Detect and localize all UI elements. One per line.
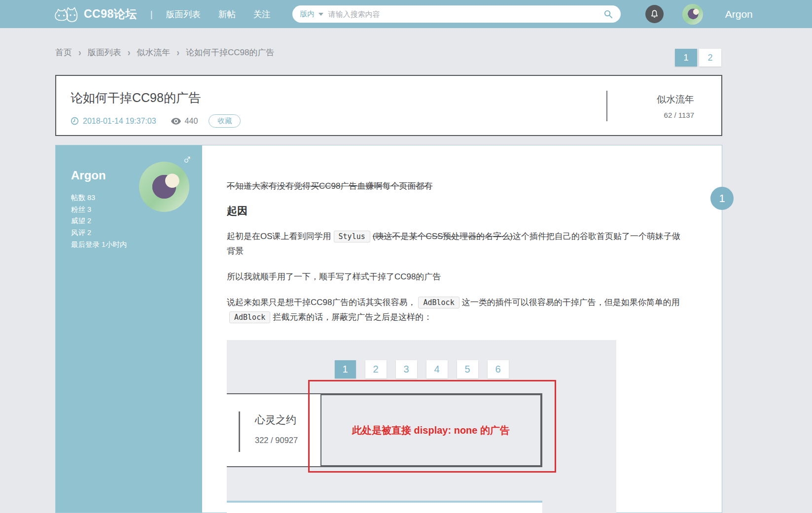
screenshot-pagination: 1 2 3 4 5 6 bbox=[227, 340, 616, 378]
pagination-page-2[interactable]: 2 bbox=[699, 49, 721, 67]
ad-annotation-text: 此处是被直接 display: none 的广告 bbox=[352, 424, 510, 437]
post-header-card: 论如何干掉CC98的广告 2018-01-14 19:37:03 440 收藏 … bbox=[55, 75, 722, 136]
screenshot-next-card bbox=[227, 501, 542, 513]
floor-number-badge: 1 bbox=[710, 187, 734, 210]
breadcrumb-row: 首页 › 版面列表 › 似水流年 › 论如何干掉CC98的广告 1 2 bbox=[0, 28, 812, 75]
text-run: 起初是在OS课上看到同学用 bbox=[227, 232, 331, 241]
screenshot-page-4: 4 bbox=[426, 360, 448, 378]
stat-prestige: 威望 2 bbox=[71, 215, 127, 227]
paragraph-usage: 所以我就顺手用了一下，顺手写了样式干掉了CC98的广告 bbox=[227, 270, 686, 284]
search-bar[interactable]: 版内 bbox=[292, 5, 621, 23]
post-body-panel: ♂ Argon 帖数 83 粉丝 3 威望 2 风评 2 最后登录 1小时内 不… bbox=[55, 145, 722, 513]
inline-code-adblock: AdBlock bbox=[229, 311, 270, 323]
clock-icon bbox=[71, 117, 79, 125]
intro-paragraph: 不知道大家有没有觉得买CC98广告血赚啊每个页面都有 bbox=[227, 179, 686, 193]
breadcrumb-current-topic: 论如何干掉CC98的广告 bbox=[186, 47, 274, 58]
vertical-divider bbox=[239, 411, 240, 452]
navbar-username[interactable]: Argon bbox=[725, 8, 753, 20]
breadcrumb-board[interactable]: 似水流年 bbox=[137, 47, 170, 58]
screenshot-page-3: 3 bbox=[396, 360, 417, 378]
inline-code-stylus: Stylus bbox=[334, 231, 370, 242]
inline-code-adblock: AdBlock bbox=[418, 297, 459, 308]
author-sidebar: ♂ Argon 帖数 83 粉丝 3 威望 2 风评 2 最后登录 1小时内 bbox=[56, 145, 202, 513]
paragraph-stylus: 起初是在OS课上看到同学用Stylus(咦这不是某个CSS预处理器的名字么)这个… bbox=[227, 229, 686, 258]
author-stats: 帖数 83 粉丝 3 威望 2 风评 2 最后登录 1小时内 bbox=[71, 192, 127, 251]
favorite-button[interactable]: 收藏 bbox=[209, 114, 241, 128]
stat-fans: 粉丝 3 bbox=[71, 204, 127, 216]
nav-link-follow[interactable]: 关注 bbox=[253, 8, 271, 20]
breadcrumb-boards[interactable]: 版面列表 bbox=[88, 47, 121, 58]
search-button[interactable] bbox=[603, 9, 613, 19]
screenshot-page-2: 2 bbox=[365, 360, 387, 378]
nav-link-boards[interactable]: 版面列表 bbox=[166, 8, 201, 20]
cc98-logo-icon bbox=[53, 5, 78, 24]
notifications-button[interactable] bbox=[645, 5, 664, 23]
hidden-ad-placeholder: 此处是被直接 display: none 的广告 bbox=[320, 394, 541, 466]
post-time: 2018-01-14 19:37:03 bbox=[83, 117, 156, 126]
embedded-screenshot: 1 2 3 4 5 6 心灵之约 322 / 90927 此处是被直接 disp… bbox=[227, 340, 616, 513]
chevron-right-icon: › bbox=[78, 47, 81, 59]
text-run: 说起来如果只是想干掉CC98广告的话其实很容易， bbox=[227, 298, 416, 307]
stat-posts: 帖数 83 bbox=[71, 192, 127, 204]
male-gender-icon: ♂ bbox=[182, 152, 192, 168]
stat-last-login: 最后登录 1小时内 bbox=[71, 239, 127, 251]
post-header-board-info: 似水流年 62 / 1137 bbox=[606, 91, 694, 121]
nav-link-new-posts[interactable]: 新帖 bbox=[218, 8, 236, 20]
text-run: 拦截元素的话，屏蔽完广告之后是这样的： bbox=[273, 312, 432, 322]
navbar-avatar[interactable] bbox=[682, 4, 703, 25]
site-title: CC98论坛 bbox=[84, 6, 137, 22]
nav-links: 版面列表 新帖 关注 bbox=[166, 8, 271, 20]
strikethrough-text: 不知道大家有没有觉得买CC98广告血赚啊每个页面都有 bbox=[227, 181, 432, 191]
author-avatar[interactable] bbox=[139, 162, 189, 212]
stat-reputation: 风评 2 bbox=[71, 227, 127, 239]
section-heading: 起因 bbox=[227, 204, 722, 218]
screenshot-page-6: 6 bbox=[488, 360, 509, 378]
screenshot-page-1: 1 bbox=[335, 360, 356, 378]
chevron-right-icon: › bbox=[177, 47, 179, 59]
chevron-down-icon bbox=[318, 13, 323, 16]
author-name[interactable]: Argon bbox=[71, 169, 106, 182]
view-count: 440 bbox=[185, 117, 198, 126]
topic-pagination: 1 2 bbox=[675, 49, 721, 67]
search-scope-dropdown[interactable]: 版内 bbox=[300, 9, 315, 19]
reply-view-count: 62 / 1137 bbox=[631, 111, 694, 119]
post-content: 不知道大家有没有觉得买CC98广告血赚啊每个页面都有 起因 起初是在OS课上看到… bbox=[202, 145, 722, 513]
bell-icon bbox=[650, 9, 659, 19]
pagination-page-1[interactable]: 1 bbox=[675, 49, 697, 67]
breadcrumb-home[interactable]: 首页 bbox=[55, 47, 72, 58]
views-eye-icon bbox=[171, 118, 181, 125]
search-input[interactable] bbox=[328, 10, 599, 18]
paragraph-adblock: 说起来如果只是想干掉CC98广告的话其实很容易，AdBlock这一类的插件可以很… bbox=[227, 295, 686, 325]
search-icon bbox=[603, 9, 613, 19]
nav-separator: | bbox=[150, 9, 153, 20]
text-run: 这一类的插件可以很容易的干掉广告，但是如果你简单的用 bbox=[462, 298, 680, 307]
strikethrough-text: (咦这不是某个CSS预处理器的名字么) bbox=[373, 232, 513, 241]
screenshot-page-5: 5 bbox=[457, 360, 478, 378]
board-name[interactable]: 似水流年 bbox=[631, 93, 694, 106]
vertical-divider bbox=[606, 91, 607, 121]
screenshot-board-name: 心灵之约 bbox=[255, 413, 296, 427]
screenshot-board-count: 322 / 90927 bbox=[255, 436, 298, 445]
chevron-right-icon: › bbox=[128, 47, 131, 59]
top-navbar: CC98论坛 | 版面列表 新帖 关注 版内 Argon bbox=[0, 0, 812, 28]
